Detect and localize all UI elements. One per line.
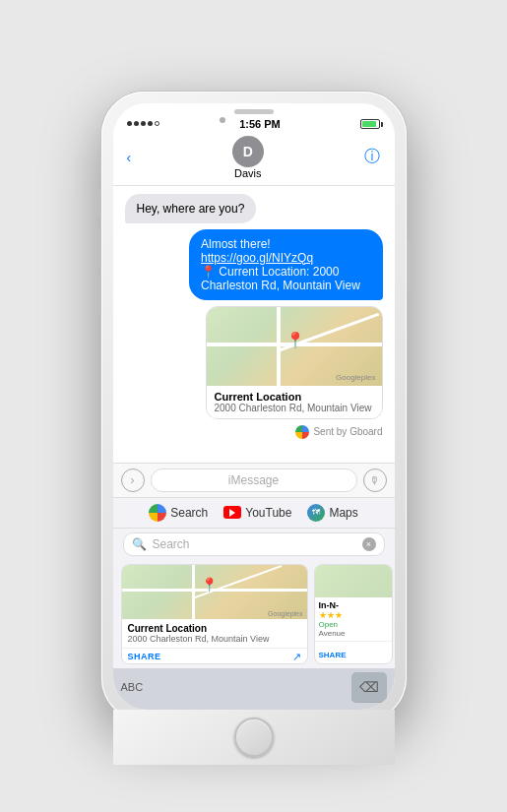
message-input-bar: › iMessage 🎙 [113,463,395,497]
side-map-image [315,565,392,597]
navigation-bar: ‹ D Davis ⓘ [113,132,395,186]
keyboard-abc-label: ABC [121,681,144,693]
open-status: Open [319,620,388,629]
volume-down-button[interactable] [97,277,101,316]
signal-dot-3 [141,121,146,126]
battery-fill [362,121,376,127]
map-label: Googleplex [336,373,375,382]
map-preview-card[interactable]: 📍 Googleplex Current Location 2000 Charl… [206,306,383,419]
contact-name: Davis [234,167,262,179]
youtube-play-icon [229,509,235,517]
result-map-image: 📍 Googleplex [122,565,307,619]
side-card-info: In-N- ★★★ Open Avenue [315,597,392,641]
signal-indicator [127,121,159,126]
mic-icon: 🎙 [369,474,380,486]
message-bubble-sent: Almost there!https://goo.gl/NIYzQq📍 Curr… [189,229,383,300]
gboard-app-strip: Search YouTube 🗺 Maps [113,497,395,528]
result-road-v [192,565,195,619]
avatar: D [232,136,264,167]
google-g-icon [149,504,166,522]
result-card-side[interactable]: In-N- ★★★ Open Avenue SHARE [314,564,393,664]
message-text: Hey, where are you? [137,202,245,216]
power-button[interactable] [407,239,411,293]
keyboard-area: ABC ⌫ [113,668,395,710]
message-link[interactable]: https://goo.gl/NIYzQq [201,251,313,265]
keyboard-top-bar: ABC ⌫ [117,672,391,704]
search-placeholder: Search [153,537,356,551]
delete-icon: ⌫ [359,679,379,695]
battery-indicator [360,119,380,129]
battery-icon [360,119,380,129]
share-button[interactable]: SHARE [128,652,161,661]
maps-button[interactable]: 🗺 Maps [307,504,357,522]
expand-icon: › [130,472,134,487]
signal-dot-1 [127,121,132,126]
speaker [234,109,274,114]
signal-dot-2 [134,121,139,126]
result-map-label: Googleplex [268,610,302,617]
messages-area: Hey, where are you? Almost there!https:/… [113,186,395,463]
expand-button[interactable]: › [121,468,145,492]
search-clear-button[interactable]: × [362,537,376,551]
result-location-address: 2000 Charleston Rd, Mountain View [128,634,301,644]
clear-icon: × [366,539,371,549]
phone-screen: 1:56 PM ‹ D Davis ⓘ Hey, where are you? [113,103,395,710]
result-card-main[interactable]: 📍 Googleplex Current Location 2000 Charl… [121,564,308,664]
mic-button[interactable]: 🎙 [363,468,387,492]
youtube-button[interactable]: YouTube [223,506,291,520]
home-button-area [113,710,395,765]
home-button[interactable] [234,718,274,757]
side-location-name: In-N- [319,600,388,610]
map-pin-icon: 📍 [285,331,305,349]
phone-frame: 1:56 PM ‹ D Davis ⓘ Hey, where are you? [101,92,407,721]
location-address: 2000 Charleston Rd, Mountain View [215,403,374,413]
status-time: 1:56 PM [239,118,281,130]
map-card-info: Current Location 2000 Charleston Rd, Mou… [207,386,382,418]
maps-label: Maps [329,506,357,520]
stars-rating: ★★★ [319,610,388,620]
share-arrow-icon: ↗ [292,651,301,663]
camera-dot [220,117,225,123]
sent-by-text: Sent by Gboard [313,426,382,437]
map-image: 📍 Googleplex [207,307,382,386]
back-button[interactable]: ‹ [127,150,132,165]
message-text-sent: Almost there!https://goo.gl/NIYzQq📍 Curr… [201,237,360,292]
search-results-strip: 📍 Googleplex Current Location 2000 Charl… [113,560,395,668]
search-icon: 🔍 [132,537,147,551]
google-search-label: Search [170,506,208,520]
result-card-info: Current Location 2000 Charleston Rd, Mou… [122,619,307,648]
result-map-pin: 📍 [201,577,218,593]
status-bar: 1:56 PM [113,116,395,132]
side-card-footer: SHARE [315,641,392,663]
side-share-button[interactable]: SHARE [319,651,347,659]
signal-dot-5 [155,121,159,126]
back-chevron: ‹ [127,150,132,165]
signal-dot-4 [148,121,153,126]
youtube-icon [223,506,241,519]
message-bubble-received: Hey, where are you? [125,194,257,223]
google-search-button[interactable]: Search [149,504,208,522]
google-icon [295,425,309,439]
info-button[interactable]: ⓘ [364,147,380,167]
sent-by-label: Sent by Gboard [295,425,382,439]
result-location-name: Current Location [128,623,301,634]
keyboard-delete-button[interactable]: ⌫ [351,672,387,702]
search-input-box[interactable]: 🔍 Search × [123,532,385,556]
location-name: Current Location [215,391,374,403]
contact-header[interactable]: D Davis [232,136,264,179]
maps-icon: 🗺 [307,504,325,522]
map-road-vertical [277,307,281,386]
imessage-input[interactable]: iMessage [151,468,357,492]
side-address: Avenue [319,629,388,638]
result-card-footer: SHARE ↗ [122,648,307,664]
volume-up-button[interactable] [97,229,101,269]
gboard-search-area: 🔍 Search × [113,528,395,560]
youtube-label: YouTube [245,506,291,520]
phone-top-notch [113,103,395,116]
